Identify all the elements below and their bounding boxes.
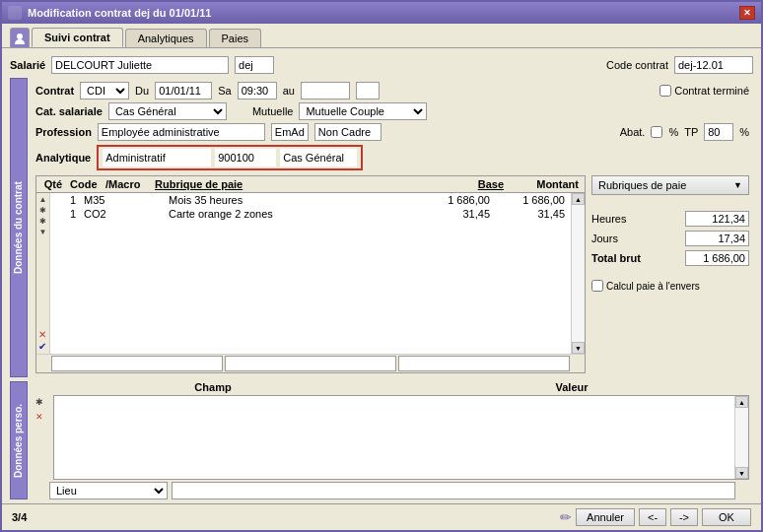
- bottom-scroll-down-btn[interactable]: ▼: [735, 467, 748, 479]
- salaried-row: Salarié Code contrat: [10, 52, 753, 78]
- salarie-code-input[interactable]: [235, 56, 274, 74]
- analytique-input[interactable]: [103, 149, 211, 166]
- analytique-box: [97, 145, 363, 170]
- analytique-type-input[interactable]: [280, 149, 357, 166]
- scroll-up-btn[interactable]: ▲: [572, 193, 585, 205]
- analytique-code-input[interactable]: [215, 149, 276, 166]
- title-bar: Modification contrat dej du 01/01/11 ✕: [2, 2, 761, 24]
- annuler-button[interactable]: Annuler: [576, 508, 635, 526]
- jours-label: Jours: [591, 233, 618, 244]
- jours-row: Jours: [591, 231, 749, 246]
- ctrl-star1-btn[interactable]: ✱: [38, 206, 47, 216]
- contrat-label: Contrat: [35, 85, 74, 97]
- svg-point-0: [17, 33, 23, 39]
- total-brut-input[interactable]: [685, 250, 749, 266]
- heures-label: Heures: [591, 213, 626, 225]
- abat-checkbox[interactable]: [651, 126, 662, 138]
- th-montant: Montant: [508, 177, 583, 191]
- tp-input[interactable]: [704, 123, 733, 141]
- pct-label: %: [668, 126, 678, 138]
- table-header: Qté Code /Macro Rubrique de paie Base Mo…: [36, 176, 585, 193]
- window-title: Modification contrat dej du 01/01/11: [28, 7, 211, 19]
- side-label-top: Données du contrat: [10, 78, 28, 377]
- ctrl-star2-btn[interactable]: ✱: [38, 217, 47, 227]
- content-area: Salarié Code contrat Données du contrat …: [2, 48, 761, 503]
- heures-row: Heures: [591, 211, 749, 227]
- analytique-row: Analytique: [35, 144, 749, 170]
- tab-suivi-contrat[interactable]: Suivi contrat: [32, 28, 123, 47]
- ctrl-up-btn[interactable]: ▲: [38, 195, 47, 205]
- tp-label: TP: [684, 126, 698, 138]
- du-input[interactable]: [155, 82, 212, 100]
- form-section: Contrat CDI CDD Du Sa au Contrat: [32, 78, 753, 377]
- cat-salariale-row: Cat. salariale Cas Général Mutuelle Mutu…: [35, 102, 749, 120]
- jours-input[interactable]: [685, 231, 749, 246]
- next-button[interactable]: ->: [670, 508, 698, 526]
- lieu-input[interactable]: [172, 482, 735, 499]
- footer: 3/4 ✏ Annuler <- -> OK: [2, 503, 761, 530]
- tab-analytiques[interactable]: Analytiques: [125, 29, 207, 47]
- filter-input-2[interactable]: [225, 356, 396, 371]
- bottom-ctrl-plus[interactable]: ✱: [35, 397, 49, 407]
- ctrl-check-btn[interactable]: ✔: [38, 341, 47, 352]
- side-label-bottom: Données perso.: [10, 381, 28, 499]
- cat-salariale-label: Cat. salariale: [35, 105, 103, 117]
- heures-input[interactable]: [685, 211, 749, 227]
- tab-icon[interactable]: [10, 28, 30, 47]
- cat-salariale-select[interactable]: Cas Général: [108, 102, 227, 120]
- bottom-scroll-up-btn[interactable]: ▲: [735, 396, 748, 408]
- ok-button[interactable]: OK: [702, 508, 751, 526]
- close-button[interactable]: ✕: [739, 6, 755, 20]
- contrat-termine-label: Contrat terminé: [659, 85, 749, 97]
- filter-input-3[interactable]: [398, 356, 570, 371]
- au-label: au: [283, 85, 295, 97]
- profession-code-input[interactable]: [271, 123, 309, 141]
- au-input[interactable]: [301, 82, 350, 100]
- rubrique-arrow-icon: ▼: [733, 180, 742, 190]
- ctrl-down-btn[interactable]: ▼: [38, 228, 47, 237]
- rubriques-paie-button[interactable]: Rubriques de paie ▼: [591, 175, 749, 195]
- salarie-name-input[interactable]: [51, 56, 229, 74]
- salarie-label: Salarié: [10, 59, 45, 71]
- table-row[interactable]: 1 CO2 Carte orange 2 zones 31,45 31,45: [50, 207, 571, 221]
- total-brut-label: Total brut: [591, 252, 641, 264]
- calcul-paie-checkbox[interactable]: [591, 280, 603, 292]
- valeur-header: Valeur: [394, 381, 749, 393]
- sa-input[interactable]: [238, 82, 277, 100]
- pencil-icon: ✏: [560, 509, 572, 525]
- profession-input[interactable]: [98, 123, 265, 141]
- scroll-down-btn[interactable]: ▼: [572, 342, 585, 354]
- prev-button[interactable]: <-: [639, 508, 666, 526]
- th-base: Base: [433, 177, 508, 191]
- mutuelle-select[interactable]: Mutuelle Couple: [299, 102, 427, 120]
- th-macro: /Macro: [102, 177, 151, 191]
- contrat-termine-checkbox[interactable]: [659, 85, 671, 97]
- code-contrat-label: Code contrat: [606, 59, 668, 71]
- total-brut-row: Total brut: [591, 250, 749, 266]
- contrat-type-select[interactable]: CDI CDD: [80, 82, 129, 100]
- tabs-row: Suivi contrat Analytiques Paies: [2, 24, 761, 48]
- ctrl-delete-btn[interactable]: ✕: [38, 329, 47, 340]
- profession-label: Profession: [35, 126, 92, 138]
- table-row[interactable]: 1 M35 Mois 35 heures 1 686,00 1 686,00: [50, 193, 571, 207]
- du-label: Du: [135, 85, 149, 97]
- footer-buttons: ✏ Annuler <- -> OK: [560, 508, 751, 526]
- tab-paies[interactable]: Paies: [209, 29, 262, 47]
- abat-label: Abat.: [620, 126, 646, 138]
- contrat-row: Contrat CDI CDD Du Sa au Contrat: [35, 82, 749, 100]
- code-contrat-input[interactable]: [674, 56, 753, 74]
- filter-input-1[interactable]: [51, 356, 223, 371]
- analytique-label: Analytique: [35, 152, 91, 164]
- sa-label: Sa: [218, 85, 231, 97]
- bottom-ctrl-delete[interactable]: ✕: [35, 412, 49, 422]
- lieu-select[interactable]: Lieu: [49, 482, 168, 499]
- au-extra-input[interactable]: [356, 82, 380, 100]
- profession-row: Profession Abat. % TP %: [35, 123, 749, 141]
- cadre-input: [314, 123, 382, 141]
- right-panel: Rubriques de paie ▼ Heures Jours: [591, 175, 749, 373]
- main-window: Modification contrat dej du 01/01/11 ✕ S…: [0, 0, 763, 532]
- champ-header: Champ: [35, 381, 390, 393]
- th-rubrique: Rubrique de paie: [151, 177, 433, 191]
- window-icon: [8, 6, 22, 20]
- mutuelle-label: Mutuelle: [252, 105, 294, 117]
